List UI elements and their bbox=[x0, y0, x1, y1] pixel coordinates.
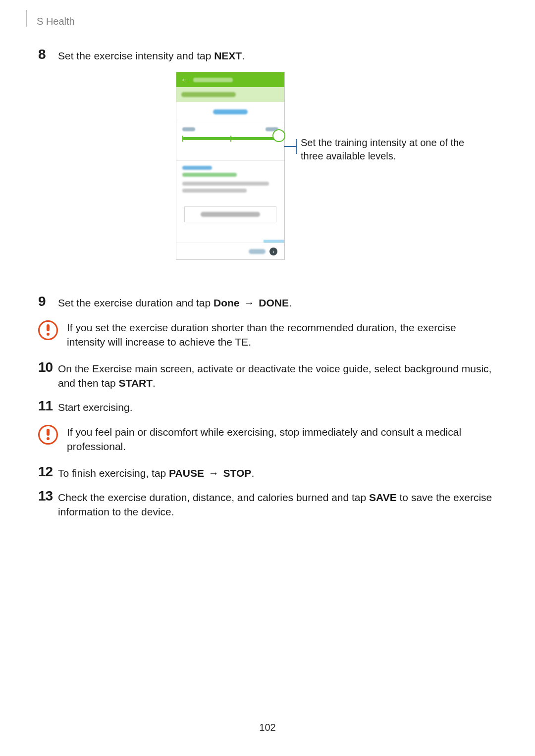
text: Check the exercise duration, distance, a… bbox=[58, 492, 369, 503]
annotation-leader bbox=[284, 146, 297, 147]
step-number: 12 bbox=[38, 465, 55, 479]
step-8: 8 Set the exercise intensity and tap NEX… bbox=[38, 48, 495, 63]
step-9: 9 Set the exercise duration and tap Done… bbox=[38, 295, 495, 310]
step-number: 11 bbox=[38, 399, 55, 413]
more-information-label-blurred bbox=[201, 212, 260, 217]
next-label-blurred bbox=[249, 249, 266, 254]
back-arrow-icon[interactable]: ← bbox=[180, 75, 189, 84]
slider-low-label-blurred bbox=[182, 127, 195, 131]
figure-intensity-screen: ← bbox=[38, 72, 495, 280]
bold-label: STOP bbox=[223, 467, 252, 479]
bottom-nav-bar: › bbox=[176, 243, 284, 259]
slider-thumb[interactable] bbox=[272, 129, 285, 142]
step-number: 10 bbox=[38, 360, 55, 374]
step-10: 10 On the Exercise main screen, activate… bbox=[38, 360, 495, 391]
arrow: → bbox=[241, 297, 258, 308]
warning-icon bbox=[38, 425, 58, 445]
blurred-line bbox=[182, 189, 247, 193]
bold-label: DONE bbox=[259, 297, 289, 308]
step-text: To finish exercising, tap PAUSE → STOP. bbox=[58, 465, 254, 480]
bold-label: START bbox=[119, 377, 153, 389]
slider-tick bbox=[230, 136, 231, 142]
blurred-line bbox=[182, 173, 237, 177]
text: Set the exercise duration and tap bbox=[58, 297, 214, 308]
more-information-button[interactable] bbox=[184, 206, 276, 222]
warning-callout: If you set the exercise duration shorter… bbox=[38, 319, 495, 350]
step-text: Set the exercise duration and tap Done →… bbox=[58, 295, 292, 310]
slider-track bbox=[182, 137, 278, 140]
next-arrow-icon[interactable]: › bbox=[269, 248, 277, 255]
text: . bbox=[153, 377, 156, 389]
text: . bbox=[251, 467, 254, 479]
slider-tick bbox=[182, 136, 183, 142]
app-topbar: ← bbox=[176, 72, 284, 87]
section-header-label-blurred bbox=[181, 92, 236, 97]
text: . bbox=[289, 297, 292, 308]
callout-text: If you set the exercise duration shorter… bbox=[67, 319, 495, 350]
step-12: 12 To finish exercising, tap PAUSE → STO… bbox=[38, 465, 495, 480]
step-text: Start exercising. bbox=[58, 399, 133, 414]
step-number: 8 bbox=[38, 48, 55, 61]
intensity-slider[interactable] bbox=[176, 122, 284, 161]
warning-icon bbox=[38, 320, 58, 340]
content-area: 8 Set the exercise intensity and tap NEX… bbox=[38, 48, 495, 528]
header-rule bbox=[26, 10, 27, 27]
section-header: S Health bbox=[37, 16, 75, 27]
annotation-leader bbox=[296, 139, 297, 140]
text: . bbox=[242, 50, 245, 61]
bold-label: NEXT bbox=[214, 50, 242, 61]
annotation-text: Set the training intensity at one of the… bbox=[301, 136, 479, 163]
manual-page: S Health 8 Set the exercise intensity an… bbox=[0, 0, 535, 756]
step-number: 13 bbox=[38, 489, 55, 503]
step-number: 9 bbox=[38, 295, 55, 308]
bold-label: SAVE bbox=[369, 492, 397, 503]
blurred-line bbox=[182, 166, 212, 170]
step-11: 11 Start exercising. bbox=[38, 399, 495, 414]
phone-screenshot: ← bbox=[176, 72, 285, 260]
text: To finish exercising, tap bbox=[58, 467, 169, 479]
mode-label-blurred bbox=[213, 109, 248, 114]
step-text: Check the exercise duration, distance, a… bbox=[58, 489, 495, 519]
topbar-title-blurred bbox=[193, 78, 233, 82]
description-area bbox=[176, 161, 284, 193]
bold-label: Done bbox=[214, 297, 240, 308]
text: Set the exercise intensity and tap bbox=[58, 50, 214, 61]
section-header-bar bbox=[176, 87, 284, 102]
mode-row bbox=[176, 102, 284, 122]
annotation-leader bbox=[296, 139, 297, 154]
slider-end-labels bbox=[182, 127, 278, 131]
step-text: Set the exercise intensity and tap NEXT. bbox=[58, 48, 245, 63]
warning-callout: If you feel pain or discomfort while exe… bbox=[38, 424, 495, 454]
bold-label: PAUSE bbox=[169, 467, 204, 479]
arrow: → bbox=[206, 467, 222, 479]
page-number: 102 bbox=[0, 722, 535, 733]
blurred-line bbox=[182, 182, 269, 186]
step-13: 13 Check the exercise duration, distance… bbox=[38, 489, 495, 519]
callout-text: If you feel pain or discomfort while exe… bbox=[67, 424, 495, 454]
step-text: On the Exercise main screen, activate or… bbox=[58, 360, 495, 391]
